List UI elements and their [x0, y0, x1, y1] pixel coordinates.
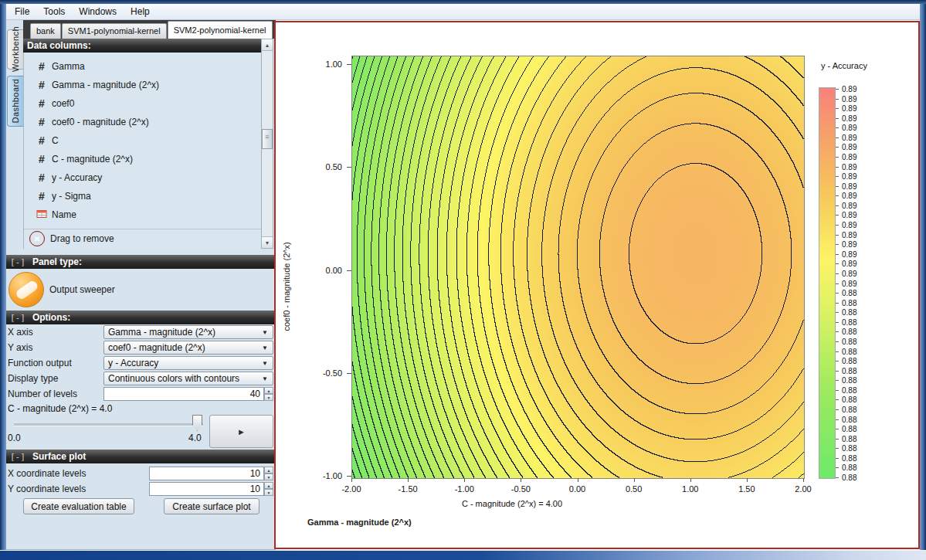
options-header[interactable]: [-] Options: — [6, 311, 276, 324]
scroll-down-icon[interactable]: ▼ — [262, 236, 273, 248]
colorbar-tick-mark — [836, 176, 839, 177]
colorbar-tick-label: 0.89 — [842, 270, 873, 278]
document-tab-strip: bankSVM1-polynomial-kernelSVM2-polynomia… — [23, 20, 276, 39]
panel-type-header[interactable]: [-] Panel type: — [6, 255, 276, 269]
collapse-icon[interactable]: [-] — [10, 313, 25, 323]
colorbar-tick-label: 0.89 — [842, 231, 873, 239]
slider-min-label: 0.0 — [8, 433, 21, 443]
window-border-left — [0, 4, 6, 550]
spinner-down-icon[interactable]: ▼ — [264, 489, 273, 496]
colorbar-tick-mark — [836, 157, 839, 158]
colorbar-tick-mark — [836, 439, 839, 440]
numeric-column-icon: # — [35, 116, 49, 128]
window-border-bottom — [0, 550, 926, 560]
colorbar-tick-label: 0.88 — [842, 367, 873, 375]
y-tick-mark — [347, 373, 351, 374]
x-tick-label: -1.50 — [388, 484, 427, 494]
colorbar-tick-mark — [836, 127, 839, 128]
numeric-column-icon: # — [35, 97, 49, 110]
colorbar-tick-label: 0.88 — [842, 328, 873, 336]
data-column-item[interactable]: #y - Accuracy — [24, 168, 261, 187]
x-tick-mark — [690, 478, 691, 482]
colorbar-tick-label: 0.89 — [842, 163, 873, 171]
y-tick-label: 1.00 — [304, 59, 342, 69]
data-column-item[interactable]: #Gamma — [24, 57, 261, 76]
colorbar-tick-label: 0.89 — [842, 153, 873, 161]
option-label-display-type: Display type — [8, 373, 58, 384]
data-column-label: Gamma - magnitude (2^x) — [52, 80, 159, 90]
spinner-up-icon[interactable]: ▲ — [264, 482, 273, 489]
menu-item-file[interactable]: File — [8, 5, 36, 19]
data-column-label: coef0 — [52, 98, 74, 109]
create-surface-plot-button[interactable]: Create surface plot — [164, 498, 259, 514]
colorbar-title: y - Accuracy — [821, 61, 867, 70]
data-columns-list: #Gamma#Gamma - magnitude (2^x)#coef0#coe… — [23, 53, 261, 249]
data-column-item[interactable]: Name — [24, 205, 261, 224]
y-tick-mark — [347, 476, 351, 477]
colorbar-tick-label: 0.88 — [842, 416, 873, 424]
data-column-item[interactable]: #C - magnitude (2^x) — [24, 150, 261, 168]
colorbar-tick-label: 0.88 — [842, 406, 873, 414]
collapse-icon[interactable]: [-] — [10, 452, 25, 462]
colorbar-tick-mark — [836, 322, 839, 323]
scrollbar[interactable]: ▲ ▼ — [261, 39, 273, 249]
x-tick-mark — [521, 478, 521, 482]
dropdown-x-axis[interactable]: Gamma - magnitude (2^x)▼ — [103, 325, 273, 339]
data-column-item[interactable]: #coef0 - magnitude (2^x) — [24, 113, 261, 131]
dropdown-function-output[interactable]: y - Accuracy▼ — [103, 356, 273, 370]
collapse-icon[interactable]: [-] — [10, 257, 25, 267]
tab-bank[interactable]: bank — [30, 23, 61, 39]
dropdown-value: y - Accuracy — [104, 358, 262, 368]
data-column-label: y - Sigma — [52, 191, 91, 202]
data-column-label: Name — [52, 209, 76, 220]
spinner-down-icon[interactable]: ▼ — [264, 473, 273, 480]
spinner-down-icon[interactable]: ▼ — [264, 394, 273, 401]
tab-svm1-polynomial-kernel[interactable]: SVM1-polynomial-kernel — [62, 23, 167, 39]
menu-item-tools[interactable]: Tools — [36, 5, 72, 19]
tab-dashboard[interactable]: Dashboard — [7, 76, 23, 127]
tab-dashboard-label: Dashboard — [11, 79, 20, 123]
colorbar-tick-label: 0.88 — [842, 473, 873, 482]
scroll-up-icon[interactable]: ▲ — [262, 39, 273, 51]
spinner-number-of-levels[interactable]: 40 — [103, 387, 264, 401]
data-column-item[interactable]: #C — [24, 131, 261, 150]
colorbar-tick-mark — [836, 467, 839, 468]
x-tick-mark — [634, 478, 635, 482]
data-column-item[interactable]: #y - Sigma — [24, 187, 261, 205]
slider-track[interactable] — [14, 423, 203, 426]
colorbar-tick-mark — [836, 186, 839, 187]
dropdown-display-type[interactable]: Continuous colors with contours▼ — [103, 372, 273, 385]
spinner-y-coordinate-levels[interactable]: 10 — [149, 482, 264, 496]
drag-to-remove-target[interactable]: ✕Drag to remove — [24, 229, 261, 249]
colorbar-tick-label: 0.89 — [842, 240, 873, 249]
options-title: Options: — [32, 312, 70, 323]
tab-workbench[interactable]: Workbench — [7, 29, 23, 70]
surface-plot-header[interactable]: [-] Surface plot — [6, 450, 276, 463]
menu-item-help[interactable]: Help — [124, 5, 157, 19]
spinner-buttons[interactable]: ▲▼ — [264, 387, 273, 401]
tab-svm2-polynomial-kernel[interactable]: SVM2-polynomial-kernel — [168, 21, 273, 39]
colorbar-tick-label: 0.89 — [842, 114, 873, 123]
create-evaluation-table-button[interactable]: Create evaluation table — [23, 498, 134, 514]
colorbar-tick-mark — [836, 341, 839, 342]
colorbar-tick-label: 0.88 — [842, 444, 873, 453]
spinner-up-icon[interactable]: ▲ — [264, 467, 273, 473]
x-tick-label: 2.00 — [784, 484, 823, 494]
dropdown-y-axis[interactable]: coef0 - magnitude (2^x)▼ — [103, 341, 273, 355]
colorbar-tick-label: 0.89 — [842, 134, 873, 142]
spinner-x-coordinate-levels[interactable]: 10 — [149, 467, 264, 480]
spinner-up-icon[interactable]: ▲ — [264, 387, 273, 394]
spinner-buttons[interactable]: ▲▼ — [264, 467, 273, 480]
numeric-column-icon: # — [35, 79, 49, 91]
x-tick-label: 0.50 — [615, 484, 653, 494]
scrollbar-thumb[interactable] — [262, 129, 273, 149]
colorbar-tick-label: 0.89 — [842, 250, 873, 259]
menu-item-windows[interactable]: Windows — [72, 5, 124, 19]
panel-type-name: Output sweeper — [49, 284, 115, 295]
colorbar-tick-mark — [836, 361, 839, 361]
data-column-item[interactable]: #coef0 — [24, 94, 261, 113]
data-column-item[interactable]: #Gamma - magnitude (2^x) — [24, 76, 261, 94]
play-button[interactable]: ► — [209, 415, 273, 448]
spinner-buttons[interactable]: ▲▼ — [264, 482, 273, 496]
colorbar-tick-mark — [836, 167, 839, 168]
